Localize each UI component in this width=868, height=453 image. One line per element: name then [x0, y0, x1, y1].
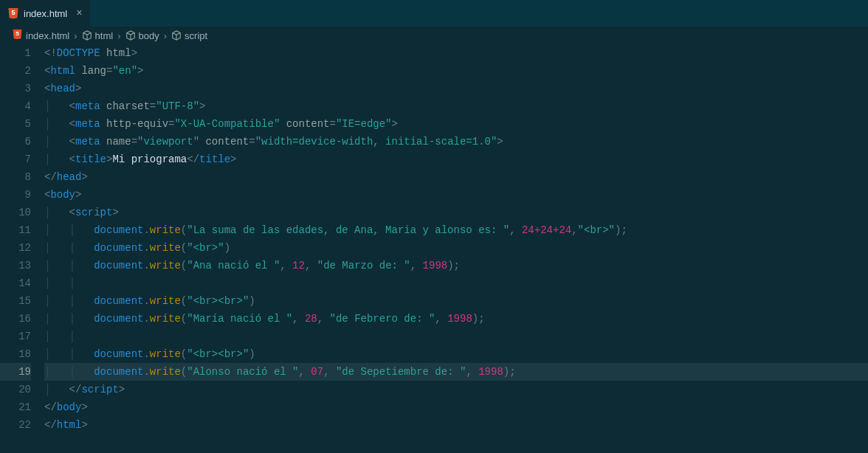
- tab-index-html[interactable]: index.html ×: [0, 0, 91, 27]
- cube-icon: [82, 30, 92, 41]
- code-line[interactable]: </html>: [44, 416, 868, 434]
- line-number: 12: [0, 239, 31, 257]
- line-number: 3: [0, 80, 31, 97]
- html5-icon: [7, 7, 19, 19]
- code-line[interactable]: │ │ document.write("Ana nació el ", 12, …: [44, 257, 868, 274]
- chevron-right-icon: ›: [116, 30, 122, 41]
- code-line[interactable]: │ │: [44, 274, 868, 292]
- breadcrumb-label: body: [139, 30, 159, 41]
- line-number: 10: [0, 204, 31, 221]
- chevron-right-icon: ›: [162, 30, 168, 41]
- chevron-right-icon: ›: [72, 30, 78, 41]
- code-line[interactable]: │ <meta http-equiv="X-UA-Compatible" con…: [44, 115, 868, 133]
- line-number: 21: [0, 398, 31, 416]
- line-number: 9: [0, 186, 31, 204]
- line-number: 22: [0, 416, 31, 434]
- code-line[interactable]: │ │ document.write("<br>"): [44, 239, 868, 257]
- line-number: 17: [0, 328, 31, 345]
- code-line[interactable]: │ </script>: [44, 381, 868, 398]
- code-line[interactable]: <body>: [44, 186, 868, 204]
- line-number: 15: [0, 292, 31, 310]
- code-line[interactable]: <!DOCTYPE html>: [44, 44, 868, 62]
- code-line[interactable]: │ <meta name="viewport" content="width=d…: [44, 133, 868, 151]
- line-number: 13: [0, 257, 31, 274]
- breadcrumb: index.html › html › body › script: [0, 27, 868, 44]
- tab-bar: index.html ×: [0, 0, 868, 27]
- close-icon[interactable]: ×: [76, 7, 82, 19]
- cube-icon: [125, 30, 136, 41]
- code-line[interactable]: │ │ document.write("Alonso nació el ", 0…: [44, 363, 868, 381]
- code-line[interactable]: │ <script>: [44, 204, 868, 221]
- breadcrumb-file[interactable]: index.html: [12, 29, 69, 42]
- line-number: 11: [0, 221, 31, 239]
- line-number: 6: [0, 133, 31, 151]
- code-line[interactable]: │ │ document.write("La suma de las edade…: [44, 221, 868, 239]
- code-editor[interactable]: 1 2 3 4 5 6 7 8 9 10 11 12 13 14 15 16 1…: [0, 44, 868, 453]
- breadcrumb-label: html: [95, 30, 114, 41]
- line-number: 8: [0, 168, 31, 186]
- breadcrumb-html[interactable]: html: [82, 30, 114, 41]
- cube-icon: [171, 30, 182, 41]
- breadcrumb-body[interactable]: body: [125, 30, 159, 41]
- code-line[interactable]: │ │: [44, 328, 868, 345]
- line-number: 16: [0, 310, 31, 328]
- line-number: 5: [0, 115, 31, 133]
- line-number: 4: [0, 97, 31, 115]
- line-number: 1: [0, 44, 31, 62]
- code-line[interactable]: </body>: [44, 398, 868, 416]
- html5-icon: [12, 29, 23, 42]
- breadcrumb-label: script: [185, 30, 207, 41]
- line-number-gutter: 1 2 3 4 5 6 7 8 9 10 11 12 13 14 15 16 1…: [0, 44, 44, 453]
- line-number: 18: [0, 345, 31, 363]
- breadcrumb-script[interactable]: script: [171, 30, 207, 41]
- code-line[interactable]: <html lang="en">: [44, 62, 868, 80]
- code-line[interactable]: │ │ document.write("<br><br>"): [44, 345, 868, 363]
- tab-label: index.html: [24, 8, 67, 19]
- breadcrumb-file-label: index.html: [26, 30, 69, 41]
- code-line[interactable]: │ <meta charset="UTF-8">: [44, 97, 868, 115]
- line-number: 20: [0, 381, 31, 398]
- line-number: 2: [0, 62, 31, 80]
- line-number: 7: [0, 151, 31, 168]
- code-line[interactable]: │ <title>Mi priograma</title>: [44, 151, 868, 168]
- code-line[interactable]: </head>: [44, 168, 868, 186]
- line-number: 19: [0, 363, 31, 381]
- code-line[interactable]: │ │ document.write("María nació el ", 28…: [44, 310, 868, 328]
- line-number: 14: [0, 274, 31, 292]
- code-line[interactable]: <head>: [44, 80, 868, 97]
- code-area[interactable]: <!DOCTYPE html> <html lang="en"> <head> …: [44, 44, 868, 453]
- code-line[interactable]: │ │ document.write("<br><br>"): [44, 292, 868, 310]
